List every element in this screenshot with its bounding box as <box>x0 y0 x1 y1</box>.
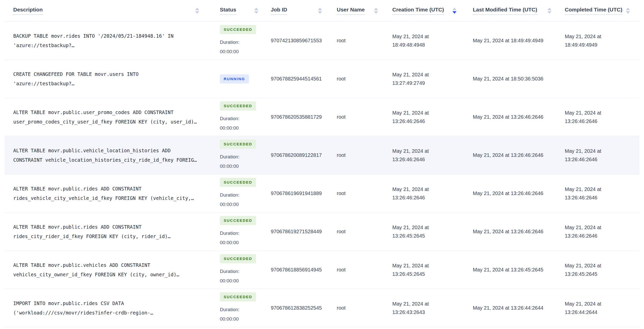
sort-desc-icon <box>318 11 322 14</box>
table-row[interactable]: BACKUP TABLE movr.rides INTO '/2024/05/2… <box>5 22 639 60</box>
table-header-row: Description Status Job ID User Name Crea… <box>5 0 639 22</box>
job-user-name: root <box>329 151 385 159</box>
job-last-modified-time: May 21, 2024 at 13:26:44:2644 <box>464 304 557 312</box>
job-duration: Duration: 00:00:00 <box>220 190 239 209</box>
sort-desc-icon <box>254 11 258 14</box>
job-id: 970678619691941889 <box>265 189 329 198</box>
job-id: 970678612838252545 <box>265 304 329 312</box>
sort-asc-icon <box>452 8 457 10</box>
sort-asc-icon <box>547 8 552 10</box>
duration-value: 00:00:00 <box>220 200 239 209</box>
table-row[interactable]: ALTER TABLE movr.public.rides ADD CONSTR… <box>5 213 639 251</box>
sort-arrows-icon[interactable] <box>251 8 258 14</box>
status-badge: SUCCEEDED <box>220 178 256 187</box>
job-duration: Duration: 00:00:00 <box>220 267 239 285</box>
sort-arrows-icon[interactable] <box>192 8 199 14</box>
column-header-description[interactable]: Description <box>5 0 211 21</box>
job-description[interactable]: CREATE CHANGEFEED FOR TABLE movr.users I… <box>5 70 211 88</box>
job-creation-time: May 21, 2024 at 13:27:49:2749 <box>385 71 464 87</box>
job-status-cell: SUCCEEDED Duration: 00:00:00 <box>211 292 265 324</box>
job-status-cell: SUCCEEDED Duration: 00:00:00 <box>211 254 265 285</box>
job-id: 970678620535881729 <box>265 113 329 121</box>
column-label: Completed Time (UTC) <box>565 7 622 15</box>
column-header-creation-time-utc[interactable]: Creation Time (UTC) <box>385 0 464 21</box>
status-badge: SUCCEEDED <box>220 140 256 149</box>
job-description[interactable]: ALTER TABLE movr.public.vehicle_location… <box>5 146 211 165</box>
job-last-modified-time: May 21, 2024 at 13:26:46:2646 <box>464 227 557 236</box>
job-id: 970678618856914945 <box>265 266 329 274</box>
duration-label: Duration: <box>220 190 239 200</box>
job-status-cell: SUCCEEDED Duration: 00:00:00 <box>211 178 265 209</box>
job-last-modified-time: May 21, 2024 at 13:26:46:2646 <box>464 113 557 121</box>
table-row[interactable]: CREATE CHANGEFEED FOR TABLE movr.users I… <box>5 60 639 98</box>
column-header-status[interactable]: Status <box>211 0 265 21</box>
sort-arrows-icon[interactable] <box>622 8 630 14</box>
job-duration: Duration: 00:00:00 <box>220 305 239 324</box>
job-creation-time: May 21, 2024 at 13:26:46:2646 <box>385 147 464 164</box>
job-id: 970678619271528449 <box>265 227 329 236</box>
status-badge: SUCCEEDED <box>220 25 256 34</box>
sort-desc-icon <box>374 11 378 14</box>
table-body: BACKUP TABLE movr.rides INTO '/2024/05/2… <box>5 22 639 327</box>
status-badge: SUCCEEDED <box>220 292 256 301</box>
job-completed-time: May 21, 2024 at 13:26:46:2646 <box>557 147 639 164</box>
sort-desc-icon <box>547 11 552 14</box>
column-header-completed-time-utc[interactable]: Completed Time (UTC) <box>557 0 639 21</box>
job-last-modified-time: May 21, 2024 at 13:26:46:2646 <box>464 151 557 159</box>
column-header-job-id[interactable]: Job ID <box>265 0 329 21</box>
job-creation-time: May 21, 2024 at 13:26:43:2643 <box>385 300 464 317</box>
column-header-user-name[interactable]: User Name <box>329 0 385 21</box>
job-duration: Duration: 00:00:00 <box>220 152 239 171</box>
sort-arrows-icon[interactable] <box>314 8 322 14</box>
job-id: 970678620089122817 <box>265 151 329 159</box>
job-duration: Duration: 00:00:00 <box>220 114 239 133</box>
job-id: 970742130859671553 <box>265 36 329 45</box>
job-description[interactable]: ALTER TABLE movr.public.vehicles ADD CON… <box>5 261 211 279</box>
table-row[interactable]: IMPORT INTO movr.public.rides CSV DATA('… <box>5 289 639 327</box>
status-badge: SUCCEEDED <box>220 216 256 225</box>
duration-label: Duration: <box>220 37 239 47</box>
status-badge: SUCCEEDED <box>220 254 256 263</box>
sort-asc-icon <box>318 8 322 10</box>
job-completed-time: May 21, 2024 at 13:26:46:2646 <box>557 185 639 202</box>
sort-asc-icon <box>374 8 378 10</box>
jobs-table: Description Status Job ID User Name Crea… <box>5 0 639 327</box>
duration-value: 00:00:00 <box>220 123 239 133</box>
duration-value: 00:00:00 <box>220 47 239 56</box>
job-completed-time: May 21, 2024 at 13:26:46:2646 <box>557 109 639 126</box>
sort-desc-icon <box>195 11 199 14</box>
job-creation-time: May 21, 2024 at 13:26:45:2645 <box>385 223 464 240</box>
job-description[interactable]: ALTER TABLE movr.public.user_promo_codes… <box>5 108 211 127</box>
sort-asc-icon <box>254 8 258 10</box>
column-label: Last Modified Time (UTC) <box>473 7 537 15</box>
job-status-cell: SUCCEEDED Duration: 00:00:00 <box>211 216 265 247</box>
job-status-cell: SUCCEEDED Duration: 00:00:00 <box>211 25 265 56</box>
job-description[interactable]: BACKUP TABLE movr.rides INTO '/2024/05/2… <box>5 31 211 50</box>
table-row[interactable]: ALTER TABLE movr.public.user_promo_codes… <box>5 98 639 136</box>
job-status-cell: SUCCEEDED Duration: 00:00:00 <box>211 101 265 133</box>
table-row[interactable]: ALTER TABLE movr.public.vehicles ADD CON… <box>5 251 639 289</box>
table-row[interactable]: ALTER TABLE movr.public.vehicle_location… <box>5 136 639 174</box>
sort-arrows-icon[interactable] <box>370 8 378 14</box>
job-last-modified-time: May 21, 2024 at 18:49:49:4949 <box>464 36 557 45</box>
duration-value: 00:00:00 <box>220 314 239 324</box>
job-creation-time: May 21, 2024 at 13:26:45:2645 <box>385 262 464 278</box>
job-description[interactable]: IMPORT INTO movr.public.rides CSV DATA('… <box>5 299 211 318</box>
job-user-name: root <box>329 113 385 121</box>
sort-asc-icon <box>195 8 199 10</box>
table-row[interactable]: ALTER TABLE movr.public.rides ADD CONSTR… <box>5 174 639 213</box>
job-user-name: root <box>329 36 385 45</box>
job-completed-time: May 21, 2024 at 13:26:46:2646 <box>557 223 639 240</box>
job-last-modified-time: May 21, 2024 at 18:50:36:5036 <box>464 75 557 83</box>
job-description[interactable]: ALTER TABLE movr.public.rides ADD CONSTR… <box>5 222 211 241</box>
job-description[interactable]: ALTER TABLE movr.public.rides ADD CONSTR… <box>5 184 211 203</box>
sort-arrows-icon[interactable] <box>544 8 552 14</box>
job-status-cell: SUCCEEDED Duration: 00:00:00 <box>211 140 265 171</box>
job-status-cell: RUNNING <box>211 74 265 84</box>
job-creation-time: May 21, 2024 at 13:26:46:2646 <box>385 185 464 202</box>
sort-asc-icon <box>626 8 630 10</box>
job-completed-time: May 21, 2024 at 13:26:44:2644 <box>557 300 639 317</box>
sort-arrows-icon[interactable] <box>449 8 457 14</box>
duration-label: Duration: <box>220 305 239 314</box>
column-header-last-modified-time-utc[interactable]: Last Modified Time (UTC) <box>464 0 557 21</box>
